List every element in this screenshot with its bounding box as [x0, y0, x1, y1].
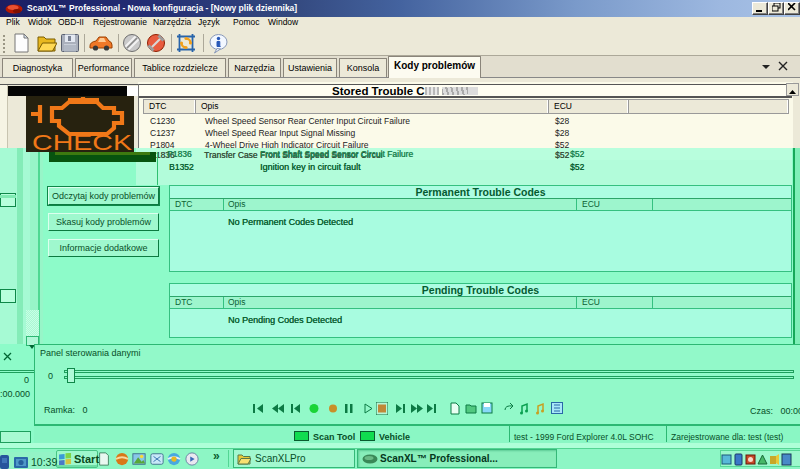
svg-text:CHECK: CHECK — [32, 130, 132, 152]
